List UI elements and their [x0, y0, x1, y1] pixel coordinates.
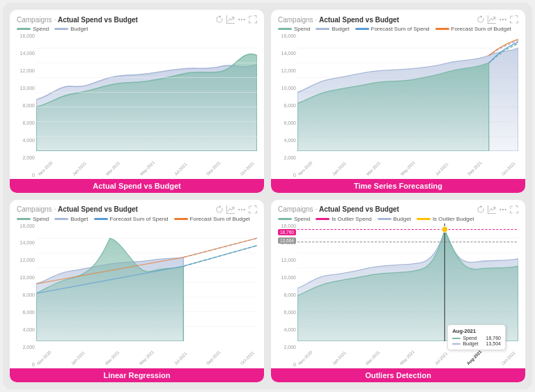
y-axis-2: 16,000 14,000 12,000 10,000 8,000 6,000 …: [278, 33, 297, 178]
dashboard: Campaigns · Actual Spend vs Budget Spend…: [3, 3, 532, 389]
chart-svg-4: [297, 224, 518, 341]
legend-spend-4: Spend: [278, 216, 310, 222]
outlier-tooltip: Aug-2021 Spend 18,760 Budget 13,504: [447, 324, 506, 350]
chart-svg-3: [36, 224, 257, 341]
more-icon[interactable]: [238, 205, 246, 214]
svg-point-11: [502, 19, 504, 20]
card-actual-spend: Campaigns · Actual Spend vs Budget Spend…: [10, 10, 264, 193]
outlier-labels: 18,760 13,664: [278, 229, 296, 244]
expand-icon[interactable]: [249, 205, 257, 214]
legend-forecast-budget-2: Forecast Sum of Budget: [435, 26, 511, 32]
y-axis-3: 16,000 14,000 12,000 10,000 8,000 6,000 …: [17, 224, 36, 368]
more-icon[interactable]: [238, 15, 246, 24]
legend-outlier-budget-4: Is Outlier Budget: [417, 216, 474, 222]
svg-point-38: [505, 208, 506, 210]
legend-3: Spend Budget Forecast Sum of Spend Forec…: [17, 216, 257, 222]
x-axis-2: Nov-2020 Jan-2021 Mar-2021 May-2021 Jul-…: [297, 173, 518, 178]
outlier-value-1: 18,760: [278, 229, 296, 235]
x-axis-3: Nov-2020 Jan-2021 Mar-2021 May-2021 Jul-…: [36, 363, 257, 367]
legend-color: [54, 28, 68, 30]
y-axis-1: 16,000 14,000 12,000 10,000 8,000 6,000 …: [17, 33, 36, 178]
card-title-4: Campaigns · Actual Spend vs Budget: [278, 205, 399, 213]
svg-point-36: [499, 208, 501, 210]
chart-svg-2: [297, 33, 518, 151]
card-icons-4: [476, 205, 518, 214]
legend-spend-3: Spend: [17, 216, 49, 222]
expand-icon[interactable]: [510, 15, 518, 24]
refresh-icon[interactable]: [476, 15, 485, 24]
more-icon[interactable]: [499, 205, 507, 214]
card-header-2: Campaigns · Actual Spend vs Budget: [278, 15, 518, 24]
y-axis-4: 16,000 14,000 12,000 10,000 8,000 6,000 …: [278, 224, 297, 368]
svg-point-0: [238, 19, 240, 20]
card-header-3: Campaigns · Actual Spend vs Budget: [17, 205, 257, 214]
card-label-3: Linear Regression: [10, 368, 264, 382]
chart-icon[interactable]: [226, 205, 235, 214]
legend-budget-3: Budget: [54, 216, 88, 222]
legend-1: Spend Budget: [17, 26, 257, 32]
svg-point-22: [244, 208, 245, 210]
legend-forecast-spend-3: Forecast Sum of Spend: [94, 216, 169, 222]
card-icons-1: [215, 15, 257, 24]
card-title-1: Campaigns · Actual Spend vs Budget: [17, 16, 138, 24]
legend-forecast-budget-3: Forecast Sum of Budget: [174, 216, 250, 222]
legend-budget-1: Budget: [54, 26, 88, 32]
card-icons-2: [476, 15, 518, 24]
svg-point-10: [499, 19, 501, 20]
legend-spend-2: Spend: [278, 26, 310, 32]
card-linear-regression: Campaigns · Actual Spend vs Budget Spend…: [10, 200, 264, 383]
legend-4: Spend Is Outlier Spend Budget Is Outlier…: [278, 216, 518, 222]
refresh-icon[interactable]: [476, 205, 485, 214]
tooltip-row-spend: Spend 18,760: [452, 336, 501, 340]
chart-icon[interactable]: [226, 15, 235, 24]
tooltip-title: Aug-2021: [452, 328, 501, 334]
card-label-1: Actual Spend vs Budget: [10, 179, 264, 193]
card-time-series: Campaigns · Actual Spend vs Budget Spend…: [271, 10, 525, 193]
card-header-4: Campaigns · Actual Spend vs Budget: [278, 205, 518, 214]
chart-svg-1: [36, 33, 257, 151]
svg-point-1: [241, 19, 242, 20]
legend-2: Spend Budget Forecast Sum of Spend Forec…: [278, 26, 518, 32]
legend-budget-4: Budget: [378, 216, 411, 222]
chart-area-1: 16,000 14,000 12,000 10,000 8,000 6,000 …: [17, 33, 257, 189]
svg-point-2: [244, 19, 245, 20]
expand-icon[interactable]: [510, 205, 518, 214]
legend-outlier-spend-4: Is Outlier Spend: [316, 216, 371, 222]
card-title-2: Campaigns · Actual Spend vs Budget: [278, 16, 399, 24]
card-icons-3: [215, 205, 257, 214]
outlier-value-2: 13,664: [278, 237, 296, 244]
refresh-icon[interactable]: [215, 205, 224, 214]
legend-budget-2: Budget: [316, 26, 349, 32]
more-icon[interactable]: [499, 15, 507, 24]
card-title-3: Campaigns · Actual Spend vs Budget: [17, 205, 138, 213]
refresh-icon[interactable]: [215, 15, 224, 24]
card-label-2: Time Series Forecasting: [271, 179, 525, 193]
svg-point-20: [238, 208, 240, 210]
chart-area-4: 18,760 13,664 16,000 14,000 12,000 10,00…: [278, 224, 518, 379]
card-outliers: Campaigns · Actual Spend vs Budget Spend…: [271, 200, 525, 383]
x-axis-4: Nov-2020 Jan-2021 Mar-2021 May-2021 Jul-…: [297, 363, 518, 367]
svg-point-12: [505, 19, 506, 20]
legend-spend-1: Spend: [17, 26, 49, 32]
svg-point-49: [442, 226, 447, 232]
svg-line-35: [183, 238, 257, 257]
expand-icon[interactable]: [249, 15, 257, 24]
x-axis-1: Nov-2020 Jan-2021 Mar-2021 May-2021 Jul-…: [36, 173, 257, 178]
card-label-4: Outliers Detection: [271, 368, 525, 382]
svg-line-33: [183, 245, 257, 266]
legend-color: [17, 28, 31, 30]
card-header-1: Campaigns · Actual Spend vs Budget: [17, 15, 257, 24]
chart-icon[interactable]: [488, 205, 496, 214]
tooltip-row-budget: Budget 13,504: [452, 341, 501, 346]
chart-icon[interactable]: [488, 15, 496, 24]
svg-point-21: [241, 208, 242, 210]
svg-point-37: [502, 208, 504, 210]
legend-forecast-spend-2: Forecast Sum of Spend: [355, 26, 430, 32]
chart-area-3: 16,000 14,000 12,000 10,000 8,000 6,000 …: [17, 224, 257, 379]
chart-area-2: 16,000 14,000 12,000 10,000 8,000 6,000 …: [278, 33, 518, 189]
